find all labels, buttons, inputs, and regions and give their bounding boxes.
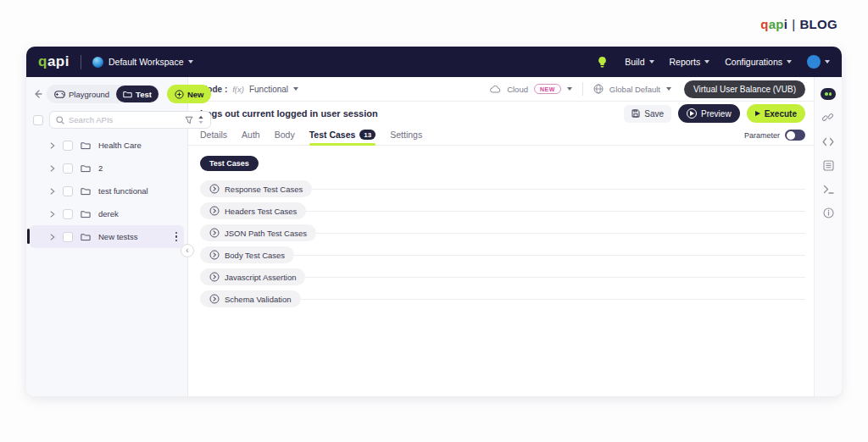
test-cases-count-badge: 13: [359, 130, 376, 140]
folder-row-test-functional[interactable]: test functional: [30, 180, 184, 202]
request-tabs: Details Auth Body Test Cases 13 Settings…: [188, 125, 814, 146]
row-divider: [312, 189, 805, 190]
folder-icon: [81, 164, 91, 173]
folder-row-new-testss[interactable]: New testss: [30, 225, 184, 248]
environment-selector[interactable]: Global Default: [609, 85, 660, 94]
request-title: Logs out current logged in user session: [200, 108, 378, 119]
selection-indicator: [27, 229, 30, 244]
cloud-icon: [490, 86, 501, 93]
mode-toggle-group: Playground Test: [47, 85, 159, 103]
function-icon: f(x): [232, 85, 244, 94]
folder-icon: [81, 141, 91, 150]
accordion-response-test-cases[interactable]: Response Test Cases: [200, 180, 312, 197]
chevron-down-icon[interactable]: [666, 87, 671, 91]
menu-reports[interactable]: Reports: [670, 57, 710, 67]
info-icon[interactable]: [821, 206, 836, 219]
link-icon[interactable]: [821, 111, 836, 124]
tab-body[interactable]: Body: [275, 130, 295, 145]
lightbulb-icon[interactable]: [594, 55, 609, 69]
list-icon[interactable]: [821, 158, 836, 172]
menu-configurations[interactable]: Configurations: [725, 57, 792, 67]
workspace-selector[interactable]: Default Workspace: [92, 57, 194, 68]
brand-i: i: [784, 17, 787, 31]
vub-tooltip: Virtual User Balance (VUB): [684, 80, 805, 98]
list-item-headers-test-cases: Headers Test Cases: [200, 200, 805, 222]
folder-checkbox[interactable]: [63, 141, 73, 151]
request-toolbar: Mode : f(x) Functional Cloud NEW Global …: [188, 77, 814, 102]
row-divider: [294, 255, 805, 256]
search-box: [49, 111, 211, 129]
ai-bot-icon[interactable]: [821, 87, 836, 101]
parameter-toggle[interactable]: [785, 130, 805, 141]
brand-api: ap: [769, 17, 784, 31]
folder-row-derek[interactable]: derek: [30, 202, 184, 225]
chevron-down-icon: [293, 87, 298, 91]
sidebar-collapse-button[interactable]: ‹: [181, 244, 194, 257]
folder-checkbox[interactable]: [63, 232, 73, 242]
filter-icon[interactable]: [185, 116, 193, 124]
list-item-schema-validation: Schema Validation: [200, 288, 805, 310]
save-button[interactable]: Save: [624, 105, 671, 123]
row-divider: [316, 233, 805, 234]
back-arrow-icon[interactable]: [32, 88, 42, 100]
main-panel: Mode : f(x) Functional Cloud NEW Global …: [188, 77, 814, 396]
mode-value: Functional: [249, 85, 288, 94]
folder-row-2[interactable]: 2: [30, 157, 184, 180]
execute-button[interactable]: Execute: [747, 104, 805, 123]
save-icon: [632, 109, 640, 118]
folder-icon: [123, 91, 132, 98]
tab-details[interactable]: Details: [200, 130, 227, 145]
accordion-javascript-assertion[interactable]: Javascript Assertion: [200, 268, 305, 285]
row-divider: [306, 211, 805, 212]
circle-chevron-icon: [209, 272, 220, 282]
kebab-menu-icon[interactable]: [175, 232, 178, 242]
accordion-headers-test-cases[interactable]: Headers Test Cases: [200, 202, 306, 219]
send-icon: [687, 108, 697, 119]
api-folder-tree: Health Care 2 test functional: [26, 134, 187, 248]
search-input[interactable]: [69, 115, 181, 124]
chevron-right-icon: [50, 188, 55, 195]
toolbar-divider: [582, 82, 583, 96]
brand-q: q: [760, 17, 768, 31]
workspace-label: Default Workspace: [108, 57, 184, 67]
gamepad-icon: [54, 91, 65, 98]
sort-icon[interactable]: [198, 115, 204, 124]
folder-row-health-care[interactable]: Health Care: [30, 134, 184, 157]
circle-chevron-icon: [209, 206, 220, 216]
chevron-down-icon[interactable]: [567, 87, 572, 91]
right-icon-rail: [814, 77, 842, 396]
avatar: [807, 55, 821, 69]
new-feature-badge: NEW: [534, 84, 561, 94]
accordion-schema-validation[interactable]: Schema Validation: [200, 290, 301, 307]
circle-chevron-icon: [209, 228, 220, 238]
tab-test-cases[interactable]: Test Cases 13: [309, 130, 376, 145]
folder-checkbox[interactable]: [63, 209, 73, 219]
circle-chevron-icon: [209, 184, 220, 194]
chevron-down-icon: [188, 60, 193, 64]
chevron-right-icon: [50, 234, 55, 240]
terminal-icon[interactable]: [821, 182, 836, 196]
menu-build[interactable]: Build: [625, 57, 654, 67]
accordion-json-path-test-cases[interactable]: JSON Path Test Cases: [200, 224, 316, 241]
chevron-down-icon: [649, 60, 654, 64]
user-menu[interactable]: [807, 55, 830, 69]
folder-checkbox[interactable]: [63, 186, 73, 196]
run-target-label[interactable]: Cloud: [507, 85, 528, 94]
folder-checkbox[interactable]: [63, 163, 73, 174]
tab-playground[interactable]: Playground: [47, 90, 116, 99]
accordion-body-test-cases[interactable]: Body Test Cases: [200, 246, 294, 263]
folder-icon: [81, 187, 91, 196]
code-icon[interactable]: [821, 135, 836, 148]
select-all-checkbox[interactable]: [33, 115, 43, 125]
tab-test[interactable]: Test: [116, 86, 159, 102]
new-button[interactable]: New: [167, 85, 212, 103]
plus-circle-icon: [175, 90, 184, 99]
mode-selector[interactable]: Mode : f(x) Functional: [200, 85, 298, 94]
preview-button[interactable]: Preview: [678, 104, 740, 123]
tab-settings[interactable]: Settings: [390, 130, 422, 145]
top-navbar: qapi Default Workspace Build Reports Con…: [26, 47, 842, 77]
folder-icon: [81, 233, 91, 241]
tab-auth[interactable]: Auth: [242, 130, 260, 145]
circle-chevron-icon: [209, 294, 220, 304]
app-logo[interactable]: qapi: [38, 53, 70, 70]
